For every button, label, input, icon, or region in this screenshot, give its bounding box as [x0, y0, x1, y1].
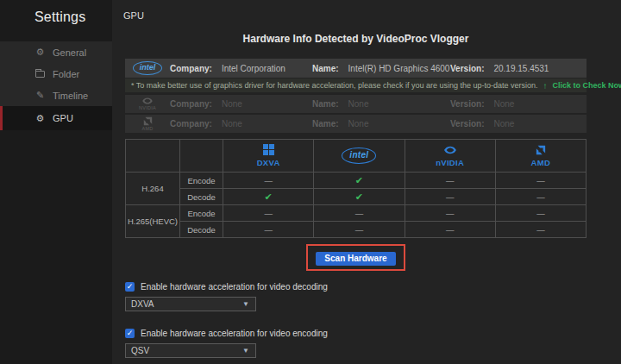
company-label: Company:: [170, 119, 212, 129]
support-cell: —: [314, 222, 405, 238]
sidebar-item-general[interactable]: ⚙ General: [0, 41, 112, 63]
support-cell: —: [223, 222, 314, 238]
version-label: Version:: [450, 119, 484, 129]
active-indicator: [0, 106, 3, 130]
scan-hardware-button[interactable]: Scan Hardware: [316, 252, 395, 266]
mode-cell: Encode: [180, 205, 223, 222]
name-label: Name:: [312, 64, 339, 73]
sidebar-item-label: General: [53, 47, 86, 58]
support-cell: —: [223, 173, 314, 189]
version-value: 20.19.15.4531: [493, 64, 549, 73]
decoding-dropdown-value: DXVA: [131, 299, 154, 309]
mode-cell: Decode: [180, 222, 223, 238]
company-label: Company:: [170, 99, 212, 109]
company-value: None: [222, 119, 242, 129]
mode-cell: Encode: [180, 173, 223, 189]
version-label: Version:: [450, 99, 484, 109]
decoding-option: ✓ Enable hardware acceleration for video…: [125, 282, 586, 311]
gear-icon: ⚙: [34, 47, 46, 58]
name-value: None: [348, 119, 369, 129]
column-header-intel: intel: [314, 140, 405, 173]
intel-logo: intel: [125, 61, 170, 75]
encoding-checkbox[interactable]: ✓: [125, 329, 135, 338]
sidebar-item-timeline[interactable]: ✎ Timeline: [0, 85, 112, 106]
nvidia-icon: [442, 145, 458, 155]
sidebar-item-label: Folder: [53, 69, 79, 79]
support-cell: —: [405, 222, 495, 238]
sidebar-item-label: GPU: [53, 113, 73, 123]
name-label: Name:: [312, 99, 339, 109]
driver-update-note: * To make better use of graphics driver …: [125, 78, 586, 92]
codec-support-table: DXVA intel nVIDIA AMD: [125, 139, 586, 238]
support-cell: ✔: [314, 189, 405, 205]
version-value: None: [493, 99, 514, 109]
decoding-checkbox-label: Enable hardware acceleration for video d…: [141, 282, 328, 292]
intel-icon: intel: [342, 147, 376, 164]
company-value: None: [222, 99, 242, 109]
windows-icon: [263, 144, 274, 155]
sidebar-item-gpu[interactable]: ⚙ GPU: [0, 106, 112, 130]
support-cell: —: [495, 222, 586, 238]
support-cell: ✔: [223, 189, 314, 205]
version-value: None: [493, 119, 514, 129]
sidebar-item-folder[interactable]: Folder: [0, 63, 112, 85]
support-cell: —: [223, 205, 314, 222]
support-cell: —: [405, 189, 495, 205]
support-cell: —: [405, 173, 495, 189]
name-label: Name:: [312, 119, 339, 129]
sidebar-nav: ⚙ General Folder ✎ Timeline ⚙ GPU: [0, 41, 112, 130]
pen-icon: ✎: [34, 90, 46, 101]
codec-h264: H.264: [126, 173, 180, 205]
name-value: None: [348, 99, 369, 109]
sidebar-title: Settings: [34, 9, 85, 25]
sidebar-item-label: Timeline: [53, 91, 88, 101]
codec-h265: H.265(HEVC): [126, 205, 180, 238]
chevron-down-icon: ▼: [242, 347, 249, 355]
hardware-info-heading: Hardware Info Detected by VideoProc Vlog…: [125, 33, 586, 48]
gpu-settings-panel: GPU Hardware Info Detected by VideoProc …: [112, 0, 621, 364]
up-arrow-icon: ↑: [543, 81, 548, 91]
name-value: Intel(R) HD Graphics 4600: [348, 64, 450, 73]
settings-sidebar: Settings ⚙ General Folder ✎ Timeline ⚙ G…: [0, 0, 112, 364]
page-title: GPU: [123, 10, 144, 21]
company-label: Company:: [170, 64, 212, 73]
encoding-dropdown[interactable]: QSV ▼: [125, 343, 256, 358]
check-now-link[interactable]: Click to Check Now: [553, 81, 621, 90]
support-cell: —: [495, 189, 586, 205]
column-header-nvidia: nVIDIA: [405, 140, 495, 173]
red-highlight-box: Scan Hardware: [306, 244, 405, 271]
column-header-dxva: DXVA: [223, 140, 314, 173]
nvidia-logo: NVIDIA: [125, 97, 170, 111]
chevron-down-icon: ▼: [242, 300, 249, 308]
gpu-info-row-nvidia: NVIDIA Company: None Name: None Version:…: [125, 95, 586, 113]
encoding-checkbox-label: Enable hardware acceleration for video e…: [141, 329, 328, 338]
version-label: Version:: [450, 64, 484, 73]
encoding-dropdown-value: QSV: [131, 346, 149, 355]
gear-icon: ⚙: [34, 113, 46, 124]
support-cell: —: [314, 205, 405, 222]
decoding-dropdown[interactable]: DXVA ▼: [125, 297, 256, 311]
support-cell: —: [495, 173, 586, 189]
amd-icon: [536, 145, 546, 155]
decoding-checkbox[interactable]: ✓: [125, 282, 135, 292]
column-header-amd: AMD: [495, 140, 586, 173]
gpu-info-row-amd: AMD Company: None Name: None Version: No…: [125, 115, 586, 133]
note-text: * To make better use of graphics driver …: [131, 81, 538, 90]
table-corner-cell: [126, 140, 180, 173]
amd-logo: AMD: [125, 116, 170, 132]
folder-icon: [34, 69, 46, 79]
company-value: Intel Corporation: [222, 64, 285, 73]
support-cell: —: [495, 205, 586, 222]
support-cell: ✔: [314, 173, 405, 189]
encoding-option: ✓ Enable hardware acceleration for video…: [125, 329, 586, 358]
mode-cell: Decode: [180, 189, 223, 205]
gpu-info-row-intel: intel Company: Intel Corporation Name: I…: [125, 59, 586, 78]
support-cell: —: [405, 205, 495, 222]
